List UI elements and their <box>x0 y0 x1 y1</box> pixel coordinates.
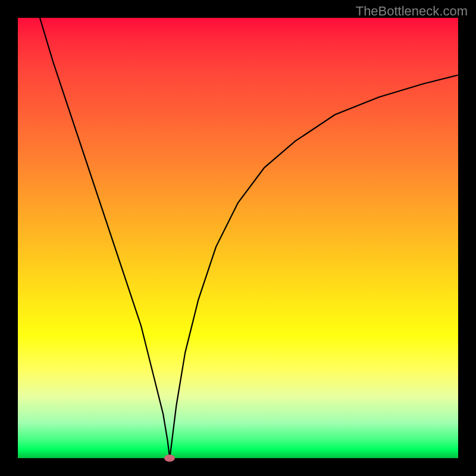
plot-area <box>18 18 458 458</box>
watermark-text: TheBottleneck.com <box>356 4 468 19</box>
curve-svg <box>18 18 458 458</box>
bottleneck-curve <box>40 18 458 458</box>
minimum-marker <box>164 455 175 462</box>
